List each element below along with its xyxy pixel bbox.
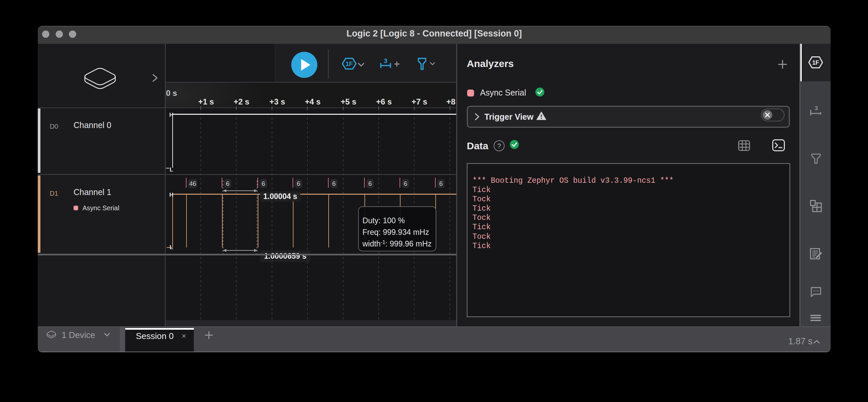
svg-text:1F: 1F xyxy=(812,59,819,66)
svg-text:1F: 1F xyxy=(345,60,353,67)
svg-text:3: 3 xyxy=(815,106,818,111)
svg-text:3: 3 xyxy=(384,58,387,64)
